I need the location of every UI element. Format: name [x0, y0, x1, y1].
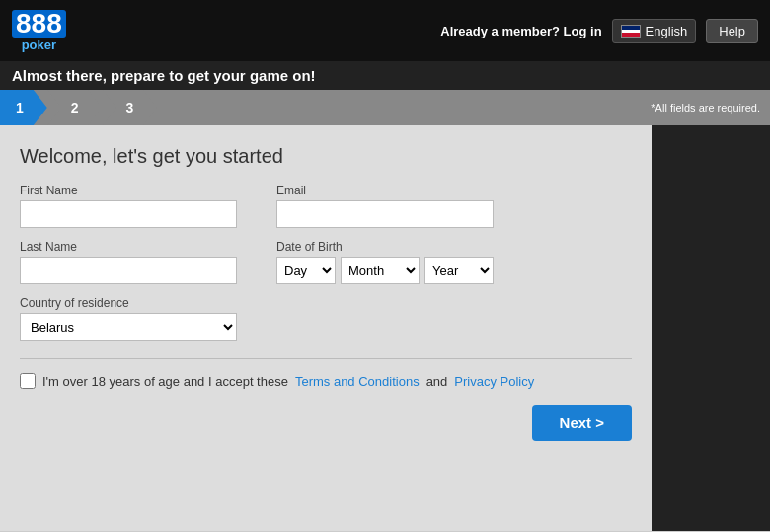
side-panel: [652, 125, 770, 531]
privacy-link[interactable]: Privacy Policy: [454, 374, 534, 389]
last-name-group: Last Name: [20, 240, 237, 284]
arrow-icon: [157, 90, 175, 125]
subtitle-text: Almost there, prepare to get your game o…: [12, 67, 316, 84]
step-1[interactable]: 1: [0, 90, 47, 125]
terms-link[interactable]: Terms and Conditions: [295, 374, 420, 389]
help-button[interactable]: Help: [706, 19, 758, 43]
form-title: Welcome, let's get you started: [20, 145, 632, 168]
first-name-group: First Name: [20, 184, 237, 228]
first-name-label: First Name: [20, 184, 237, 197]
next-button[interactable]: Next >: [532, 405, 632, 441]
steps-container: 1 2 3: [0, 90, 651, 125]
flag-icon: [621, 25, 641, 38]
country-group: Country of residence Belarus United King…: [20, 296, 237, 341]
header-right: Already a member? Log in English Help: [440, 19, 758, 43]
step-3[interactable]: 3: [103, 90, 158, 125]
language-button[interactable]: English: [612, 19, 697, 43]
already-member-text: Already a member? Log in: [440, 24, 601, 38]
subtitle-bar: Almost there, prepare to get your game o…: [0, 61, 770, 90]
form-row-3: Country of residence Belarus United King…: [20, 296, 632, 341]
last-name-label: Last Name: [20, 240, 237, 254]
form-row-2: Last Name Date of Birth Day for(let i=1;…: [20, 240, 632, 284]
required-note: *All fields are required.: [651, 102, 770, 114]
and-text: and: [426, 374, 448, 389]
logo-888: 888: [12, 10, 66, 38]
terms-checkbox[interactable]: [20, 373, 36, 389]
main-area: Welcome, let's get you started First Nam…: [0, 125, 770, 531]
header: 888 poker Already a member? Log in Engli…: [0, 0, 770, 61]
email-group: Email: [276, 184, 494, 228]
logo: 888 poker: [12, 10, 66, 52]
dob-group: Date of Birth Day for(let i=1;i<=31;i++)…: [276, 240, 494, 284]
month-select[interactable]: Month JanuaryFebruaryMarch AprilMayJune …: [341, 257, 420, 284]
terms-text: I'm over 18 years of age and I accept th…: [42, 374, 288, 389]
divider: [20, 358, 632, 359]
form-panel: Welcome, let's get you started First Nam…: [0, 125, 652, 531]
country-select[interactable]: Belarus United Kingdom United States Ger…: [20, 313, 237, 341]
dob-label: Date of Birth: [276, 240, 494, 254]
email-input[interactable]: [276, 200, 494, 228]
dob-selects: Day for(let i=1;i<=31;i++) document.writ…: [276, 257, 494, 284]
last-name-input[interactable]: [20, 257, 237, 284]
progress-bar: 1 2 3 *All fields are required.: [0, 90, 770, 125]
logo-poker: poker: [12, 38, 66, 52]
year-select[interactable]: Year for(let y=2005;y>=1920;y--) documen…: [424, 257, 494, 284]
terms-row: I'm over 18 years of age and I accept th…: [20, 373, 632, 389]
button-row: Next >: [20, 405, 632, 441]
form-row-1: First Name Email: [20, 184, 632, 228]
language-label: English: [646, 24, 688, 38]
email-label: Email: [276, 184, 494, 197]
day-select[interactable]: Day for(let i=1;i<=31;i++) document.writ…: [276, 257, 336, 284]
first-name-input[interactable]: [20, 200, 237, 228]
step-2[interactable]: 2: [47, 90, 103, 125]
country-label: Country of residence: [20, 296, 237, 310]
